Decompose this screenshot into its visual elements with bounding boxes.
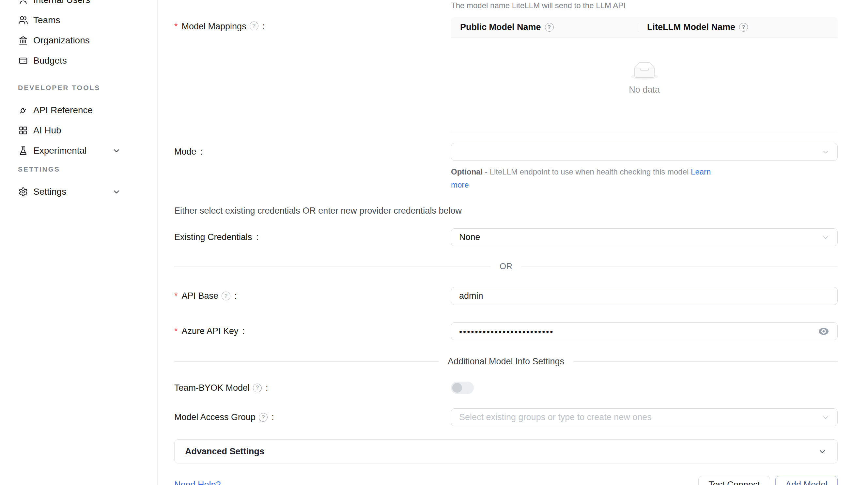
chevron-down-icon — [818, 447, 827, 456]
sidebar-item-label: Budgets — [33, 56, 67, 66]
team-byok-toggle[interactable] — [451, 382, 474, 394]
mode-select[interactable] — [451, 143, 838, 161]
table-empty-state: No data — [451, 38, 838, 131]
existing-credentials-label: Existing Credentials : — [174, 228, 451, 246]
sidebar-item-label: Settings — [33, 187, 66, 197]
empty-inbox-icon — [631, 62, 658, 79]
or-divider: OR — [174, 261, 838, 271]
sidebar-item-label: AI Hub — [33, 125, 61, 136]
help-icon[interactable]: ? — [739, 23, 748, 32]
sidebar-nav-group-developer-tools: API Reference AI Hub Experimental — [0, 100, 157, 161]
model-access-group-label: Model Access Group ? : — [174, 408, 451, 426]
or-divider-text: OR — [500, 261, 512, 271]
sidebar-nav-group-main: Internal Users Teams Organizations Budge… — [0, 0, 157, 71]
column-header-litellm-model-name: LiteLLM Model Name ? — [638, 22, 748, 32]
toggle-knob — [452, 383, 462, 393]
azure-api-key-input[interactable]: •••••••••••••••••••••••• — [451, 322, 838, 340]
gear-icon — [18, 187, 28, 197]
users-icon — [18, 15, 28, 26]
existing-credentials-value: None — [459, 232, 480, 243]
api-base-input[interactable]: admin — [451, 287, 838, 305]
required-marker: * — [174, 22, 178, 32]
chevron-down-icon — [822, 414, 830, 421]
sidebar-item-label: Experimental — [33, 146, 87, 156]
help-icon[interactable]: ? — [545, 23, 554, 32]
need-help-link[interactable]: Need Help? — [174, 480, 221, 485]
eye-icon[interactable] — [818, 327, 830, 335]
model-access-group-placeholder: Select existing groups or type to create… — [459, 412, 652, 422]
add-model-button[interactable]: Add Model — [775, 476, 838, 485]
sidebar-item-teams[interactable]: Teams — [0, 10, 157, 30]
chevron-down-icon — [112, 188, 121, 196]
sidebar-item-budgets[interactable]: Budgets — [0, 51, 157, 71]
user-icon — [18, 0, 28, 5]
flask-icon — [18, 146, 28, 156]
azure-api-key-label: * Azure API Key : — [174, 322, 451, 340]
sidebar: Internal Users Teams Organizations Budge… — [0, 0, 158, 485]
chevron-down-icon — [112, 147, 121, 155]
sidebar-nav-group-settings: Settings — [0, 182, 157, 202]
sidebar-section-settings: SETTINGS — [18, 165, 157, 173]
add-model-form: The model name LiteLLM will send to the … — [158, 0, 868, 485]
credentials-note: Either select existing credentials OR en… — [174, 206, 838, 216]
api-base-value: admin — [459, 291, 483, 301]
plug-icon — [18, 105, 28, 116]
mode-help-text: Optional - LiteLLM endpoint to use when … — [451, 165, 728, 191]
sidebar-item-api-reference[interactable]: API Reference — [0, 100, 157, 120]
form-footer: Need Help? Test Connect Add Model — [174, 476, 838, 485]
additional-settings-divider: Additional Model Info Settings — [174, 356, 838, 366]
help-icon[interactable]: ? — [253, 384, 262, 392]
credit-card-icon — [18, 56, 28, 66]
chevron-down-icon — [822, 233, 830, 241]
sidebar-item-label: Organizations — [33, 35, 90, 46]
model-mappings-hint: The model name LiteLLM will send to the … — [451, 0, 838, 10]
no-data-text: No data — [629, 85, 660, 95]
test-connect-button[interactable]: Test Connect — [698, 476, 770, 485]
sidebar-item-organizations[interactable]: Organizations — [0, 30, 157, 51]
help-icon[interactable]: ? — [250, 22, 258, 30]
chevron-down-icon — [822, 148, 830, 156]
additional-settings-divider-text: Additional Model Info Settings — [448, 356, 564, 366]
bank-icon — [18, 35, 28, 46]
sidebar-section-developer-tools: DEVELOPER TOOLS — [18, 84, 157, 92]
model-mappings-table: Public Model Name ? LiteLLM Model Name ? — [451, 17, 838, 131]
team-byok-label: Team-BYOK Model ? : — [174, 382, 451, 394]
sidebar-item-experimental[interactable]: Experimental — [0, 140, 157, 161]
advanced-settings-title: Advanced Settings — [185, 447, 264, 457]
sidebar-item-label: Teams — [33, 15, 60, 26]
advanced-settings-panel[interactable]: Advanced Settings — [174, 439, 838, 463]
sidebar-item-internal-users[interactable]: Internal Users — [0, 0, 157, 10]
help-icon[interactable]: ? — [222, 292, 230, 300]
sidebar-item-settings[interactable]: Settings — [0, 182, 157, 202]
help-icon[interactable]: ? — [259, 413, 268, 422]
sidebar-item-ai-hub[interactable]: AI Hub — [0, 120, 157, 140]
mode-label: Mode : — [174, 143, 451, 161]
sidebar-item-label: Internal Users — [33, 0, 90, 5]
existing-credentials-select[interactable]: None — [451, 228, 838, 246]
required-marker: * — [174, 291, 178, 301]
required-marker: * — [174, 326, 178, 336]
model-access-group-select[interactable]: Select existing groups or type to create… — [451, 408, 838, 426]
sidebar-item-label: API Reference — [33, 105, 93, 116]
model-mappings-label: * Model Mappings ? : — [174, 17, 451, 131]
api-base-label: * API Base ? : — [174, 287, 451, 305]
azure-api-key-masked-value: •••••••••••••••••••••••• — [459, 327, 554, 337]
column-divider — [638, 23, 638, 32]
grid-icon — [18, 125, 28, 136]
column-header-public-model-name: Public Model Name ? — [451, 22, 638, 32]
table-header-row: Public Model Name ? LiteLLM Model Name ? — [451, 17, 838, 38]
